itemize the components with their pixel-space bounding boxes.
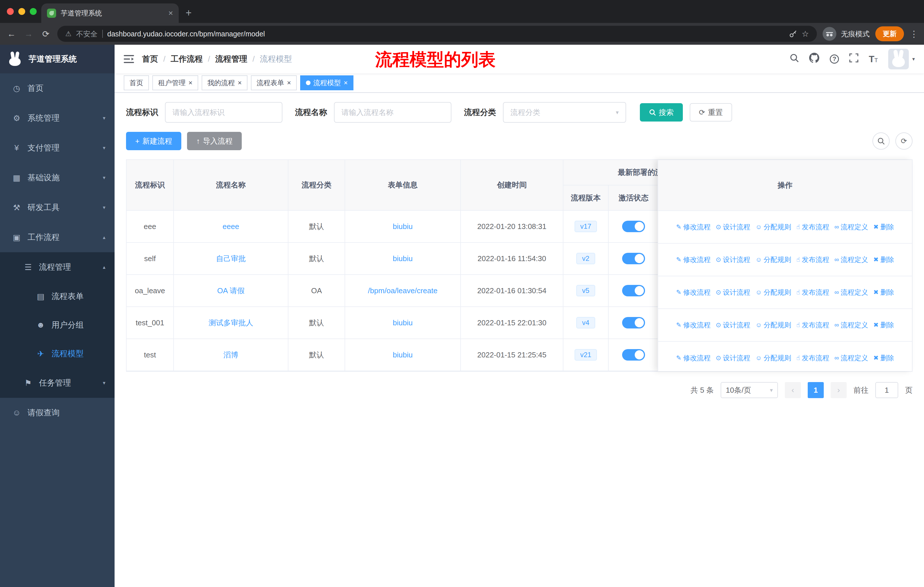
window-zoom-button[interactable]: [30, 8, 37, 15]
tag-process-model[interactable]: 流程模型 ×: [300, 75, 353, 90]
assign-rule-link[interactable]: ☺分配规则: [755, 321, 791, 330]
page-size-select[interactable]: 10条/页 ▾: [721, 382, 778, 398]
window-minimize-button[interactable]: [18, 8, 25, 15]
chrome-update-button[interactable]: 更新: [875, 26, 904, 41]
tab-close-icon[interactable]: ×: [168, 8, 173, 18]
browser-tab[interactable]: 芋道管理系统 ×: [41, 3, 179, 23]
assign-rule-link[interactable]: ☺分配规则: [755, 288, 791, 297]
user-avatar[interactable]: ▾: [888, 49, 915, 69]
window-close-button[interactable]: [7, 8, 14, 15]
assign-rule-link[interactable]: ☺分配规则: [755, 255, 791, 264]
browser-menu-icon[interactable]: ⋮: [910, 29, 918, 39]
hamburger-icon[interactable]: [124, 55, 134, 64]
process-name-link[interactable]: 滔博: [173, 339, 288, 371]
sidebar-item-process-model[interactable]: ✈ 流程模型: [0, 339, 115, 368]
form-info-link[interactable]: /bpm/oa/leave/create: [345, 274, 460, 307]
breadcrumb-home[interactable]: 首页: [142, 54, 158, 64]
sidebar-item-process-form[interactable]: ▤ 流程表单: [0, 282, 115, 311]
toggle-search-button[interactable]: [873, 132, 889, 150]
active-switch[interactable]: [622, 317, 645, 329]
form-info-link[interactable]: biubiu: [345, 210, 460, 243]
design-process-link[interactable]: ⊙设计流程: [716, 354, 750, 362]
goto-page-input[interactable]: [875, 382, 898, 398]
modify-process-link[interactable]: ✎修改流程: [676, 255, 711, 264]
prev-page-button[interactable]: ‹: [785, 382, 801, 398]
process-name-link[interactable]: 测试多审批人: [173, 307, 288, 339]
search-button[interactable]: 搜索: [640, 103, 683, 122]
process-name-link[interactable]: OA 请假: [173, 274, 288, 307]
form-info-link[interactable]: biubiu: [345, 243, 460, 274]
modify-process-link[interactable]: ✎修改流程: [676, 321, 711, 330]
sidebar-logo[interactable]: 芋道管理系统: [0, 45, 115, 73]
sidebar-item-system[interactable]: ⚙ 系统管理 ▾: [0, 103, 115, 133]
modify-process-link[interactable]: ✎修改流程: [676, 354, 711, 362]
next-page-button[interactable]: ›: [831, 382, 846, 398]
new-tab-button[interactable]: +: [186, 7, 191, 19]
help-icon[interactable]: ?: [830, 55, 839, 64]
process-definition-link[interactable]: ∞流程定义: [834, 354, 868, 362]
design-process-link[interactable]: ⊙设计流程: [716, 222, 750, 231]
sidebar-item-process-management[interactable]: ☰ 流程管理 ▴: [0, 252, 115, 282]
fullscreen-icon[interactable]: [849, 53, 858, 65]
address-bar[interactable]: ⚠ 不安全 dashboard.yudao.iocoder.cn/bpm/man…: [57, 26, 817, 42]
process-definition-link[interactable]: ∞流程定义: [834, 255, 868, 264]
publish-process-link[interactable]: ☝发布流程: [796, 321, 829, 330]
font-size-icon[interactable]: TT: [869, 54, 878, 64]
delete-process-link[interactable]: ✖删除: [873, 255, 894, 264]
assign-rule-link[interactable]: ☺分配规则: [755, 354, 791, 362]
tag-close-icon[interactable]: ×: [188, 79, 193, 87]
reload-icon[interactable]: ⟳: [40, 29, 51, 39]
forward-icon[interactable]: →: [23, 29, 35, 39]
form-info-link[interactable]: biubiu: [345, 307, 460, 339]
current-page-button[interactable]: 1: [808, 382, 824, 398]
design-process-link[interactable]: ⊙设计流程: [716, 321, 750, 330]
form-info-link[interactable]: biubiu: [345, 339, 460, 371]
process-definition-link[interactable]: ∞流程定义: [834, 321, 868, 330]
tag-tenant-management[interactable]: 租户管理 ×: [152, 75, 198, 90]
sidebar-item-infrastructure[interactable]: ▦ 基础设施 ▾: [0, 163, 115, 193]
refresh-table-button[interactable]: ⟳: [895, 132, 912, 150]
modify-process-link[interactable]: ✎修改流程: [676, 288, 711, 297]
active-switch[interactable]: [622, 285, 645, 296]
publish-process-link[interactable]: ☝发布流程: [796, 222, 829, 231]
breadcrumb-process-management[interactable]: 流程管理: [215, 54, 248, 64]
process-category-select[interactable]: 流程分类 ▾: [503, 102, 626, 123]
process-definition-link[interactable]: ∞流程定义: [834, 222, 868, 231]
design-process-link[interactable]: ⊙设计流程: [716, 255, 750, 264]
sidebar-item-workflow[interactable]: ▣ 工作流程 ▴: [0, 222, 115, 252]
process-name-link[interactable]: eeee: [173, 210, 288, 243]
tag-close-icon[interactable]: ×: [287, 79, 291, 87]
back-icon[interactable]: ←: [6, 29, 17, 39]
create-process-button[interactable]: + 新建流程: [126, 132, 181, 150]
active-switch[interactable]: [622, 349, 645, 360]
bookmark-star-icon[interactable]: ☆: [802, 29, 809, 39]
github-icon[interactable]: [809, 53, 820, 65]
process-id-input[interactable]: [165, 102, 282, 123]
sidebar-item-task-management[interactable]: ⚑ 任务管理 ▾: [0, 368, 115, 398]
design-process-link[interactable]: ⊙设计流程: [716, 288, 750, 297]
delete-process-link[interactable]: ✖删除: [873, 321, 894, 330]
import-process-button[interactable]: ↑ 导入流程: [187, 132, 242, 150]
delete-process-link[interactable]: ✖删除: [873, 354, 894, 362]
breadcrumb-workflow[interactable]: 工作流程: [171, 54, 203, 64]
tag-close-icon[interactable]: ×: [344, 79, 348, 87]
sidebar-item-user-group[interactable]: ☻ 用户分组: [0, 311, 115, 339]
tag-process-form[interactable]: 流程表单 ×: [251, 75, 297, 90]
sidebar-item-leave-query[interactable]: ☺ 请假查询: [0, 398, 115, 428]
tag-close-icon[interactable]: ×: [238, 79, 242, 87]
process-definition-link[interactable]: ∞流程定义: [834, 288, 868, 297]
search-icon[interactable]: [790, 53, 799, 65]
publish-process-link[interactable]: ☝发布流程: [796, 255, 829, 264]
tag-home[interactable]: 首页: [124, 75, 149, 90]
password-key-icon[interactable]: [789, 30, 797, 38]
active-switch[interactable]: [622, 221, 645, 232]
modify-process-link[interactable]: ✎修改流程: [676, 222, 711, 231]
sidebar-item-payment[interactable]: ¥ 支付管理 ▾: [0, 133, 115, 163]
active-switch[interactable]: [622, 253, 645, 264]
sidebar-item-home[interactable]: ◷ 首页: [0, 73, 115, 103]
process-name-link[interactable]: 自己审批: [173, 243, 288, 274]
delete-process-link[interactable]: ✖删除: [873, 222, 894, 231]
reset-button[interactable]: ⟳ 重置: [690, 103, 732, 122]
publish-process-link[interactable]: ☝发布流程: [796, 288, 829, 297]
assign-rule-link[interactable]: ☺分配规则: [755, 222, 791, 231]
